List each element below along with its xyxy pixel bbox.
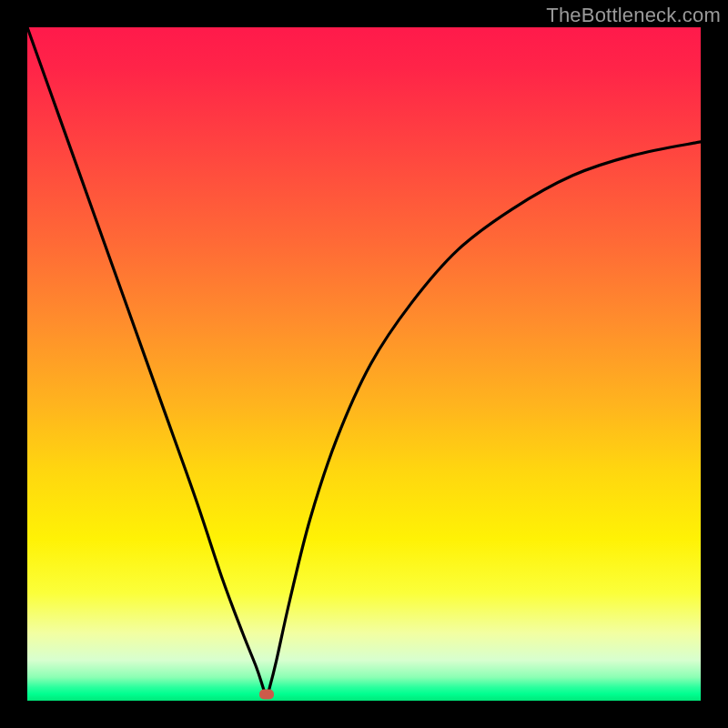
plot-area <box>27 27 701 701</box>
watermark-text: TheBottleneck.com <box>546 4 721 27</box>
optimal-point-marker <box>259 689 274 699</box>
bottleneck-curve <box>27 27 701 701</box>
chart-root: TheBottleneck.com <box>0 0 728 728</box>
